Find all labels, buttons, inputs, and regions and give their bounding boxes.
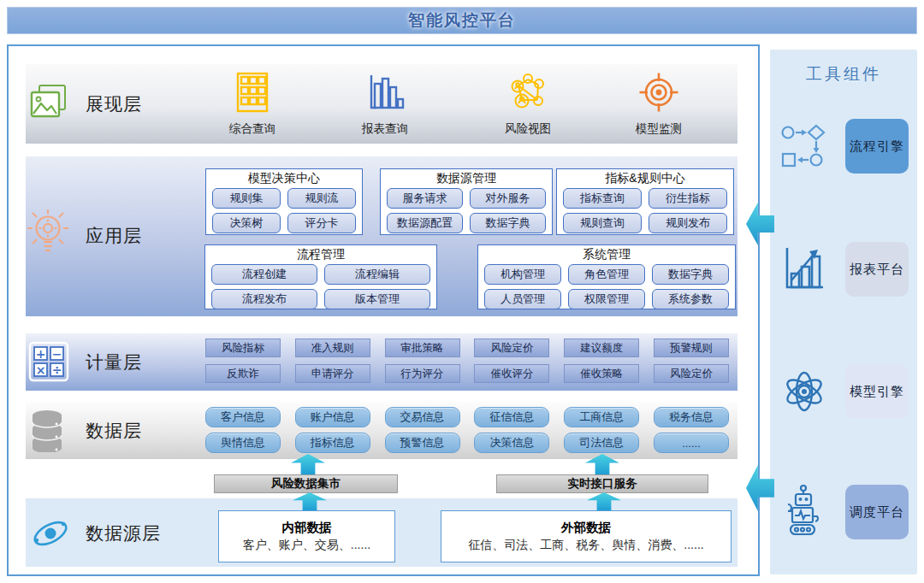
presentation-item: 风险视图 bbox=[481, 72, 575, 137]
app-pill: 对外服务 bbox=[470, 188, 546, 209]
source-layer-label: 数据源层 bbox=[86, 521, 161, 545]
toolbox-label: 流程引擎 bbox=[845, 119, 909, 174]
network-icon bbox=[506, 72, 549, 113]
presentation-item: 报表查询 bbox=[338, 72, 432, 137]
app-pill: 系统参数 bbox=[652, 289, 729, 309]
platform-title: 智能风控平台 bbox=[408, 9, 516, 32]
toolbox-title: 工具组件 bbox=[770, 63, 917, 85]
group-title: 模型决策中心 bbox=[206, 169, 362, 187]
metric-pill: 反欺诈 bbox=[205, 364, 281, 383]
metric-pill: 风险定价 bbox=[474, 339, 549, 357]
metric-pill: 风险定价 bbox=[654, 364, 729, 383]
app-pill: 权限管理 bbox=[568, 289, 645, 309]
galaxy-icon bbox=[29, 512, 72, 555]
group-pill-grid: 流程创建流程编辑流程发布版本管理 bbox=[205, 263, 436, 315]
presentation-item-label: 报表查询 bbox=[362, 121, 408, 137]
toolbox-label: 调度平台 bbox=[845, 485, 909, 539]
app-pill: 规则集 bbox=[212, 188, 281, 209]
app-pill: 人员管理 bbox=[484, 289, 561, 309]
group-indicator-rule-center: 指标&规则中心 指标查询衍生指标规则查询规则发布 bbox=[556, 168, 734, 235]
toolbox-item-scheduler-platform: 调度平台 bbox=[779, 481, 909, 543]
database-icon bbox=[26, 408, 68, 452]
metric-pill-row: 反欺诈申请评分行为评分催收评分催收策略风险定价 bbox=[205, 364, 729, 383]
presentation-item-label: 模型监测 bbox=[636, 121, 682, 137]
data-pill-row: 舆情信息指标信息预警信息决策信息司法信息...... bbox=[205, 433, 729, 453]
data-pill: ...... bbox=[654, 433, 729, 453]
app-pill: 角色管理 bbox=[568, 264, 645, 285]
app-pill: 衍生指标 bbox=[649, 188, 727, 209]
group-process-management: 流程管理 流程创建流程编辑流程发布版本管理 bbox=[204, 244, 437, 309]
group-pill-grid: 规则集规则流决策树评分卡 bbox=[206, 187, 362, 238]
metric-pill: 建议额度 bbox=[564, 339, 639, 357]
group-title: 流程管理 bbox=[205, 245, 436, 263]
internal-data-desc: 客户、账户、交易、...... bbox=[243, 538, 370, 553]
group-model-decision-center: 模型决策中心 规则集规则流决策树评分卡 bbox=[205, 168, 363, 235]
group-system-management: 系统管理 机构管理角色管理数据字典人员管理权限管理系统参数 bbox=[477, 244, 736, 309]
presentation-item-label: 综合查询 bbox=[229, 121, 275, 137]
flowchart-icon bbox=[779, 122, 830, 170]
toolbox-item-process-engine: 流程引擎 bbox=[779, 116, 909, 176]
data-pill: 交易信息 bbox=[385, 407, 460, 427]
grid-icon bbox=[232, 72, 273, 113]
svg-text:÷: ÷ bbox=[52, 363, 62, 377]
app-pill: 数据字典 bbox=[652, 264, 729, 285]
robot-icon bbox=[779, 484, 828, 540]
external-data-title: 外部数据 bbox=[561, 520, 611, 536]
app-pill: 机构管理 bbox=[484, 264, 561, 285]
internal-data-title: 内部数据 bbox=[282, 520, 332, 536]
app-pill: 流程编辑 bbox=[324, 264, 430, 285]
svg-text:×: × bbox=[36, 363, 46, 377]
data-pill: 舆情信息 bbox=[205, 433, 281, 453]
realtime-interface-bar: 实时接口服务 bbox=[496, 474, 708, 493]
group-title: 系统管理 bbox=[478, 245, 735, 263]
app-pill: 服务请求 bbox=[387, 188, 463, 209]
app-pill: 规则流 bbox=[287, 188, 356, 209]
svg-text:−: − bbox=[52, 347, 62, 361]
metric-pill-row: 风险指标准入规则审批策略风险定价建议额度预警规则 bbox=[205, 339, 729, 357]
data-pill: 税务信息 bbox=[654, 407, 729, 427]
app-pill: 规则发布 bbox=[649, 213, 727, 233]
data-pill: 预警信息 bbox=[385, 433, 460, 453]
metric-pill: 行为评分 bbox=[385, 364, 460, 383]
metric-pill: 催收策略 bbox=[564, 364, 639, 383]
data-pill: 决策信息 bbox=[474, 433, 549, 453]
risk-data-mart-bar: 风险数据集市 bbox=[214, 474, 398, 493]
app-pill: 指标查询 bbox=[563, 188, 642, 209]
metric-pill: 预警规则 bbox=[654, 339, 729, 357]
app-pill: 决策树 bbox=[212, 213, 281, 233]
toolbox-label: 模型引擎 bbox=[845, 364, 909, 419]
external-data-desc: 征信、司法、工商、税务、舆情、消费、...... bbox=[468, 538, 703, 553]
metric-pill: 风险指标 bbox=[205, 339, 281, 357]
external-data-box: 外部数据 征信、司法、工商、税务、舆情、消费、...... bbox=[441, 510, 732, 562]
presentation-item: 综合查询 bbox=[205, 72, 299, 137]
barchart-icon bbox=[364, 72, 406, 113]
toolbox-item-report-platform: 报表平台 bbox=[779, 241, 909, 297]
presentation-item-label: 风险视图 bbox=[505, 121, 551, 137]
data-pill: 司法信息 bbox=[564, 433, 639, 453]
toolbox-label: 报表平台 bbox=[845, 242, 909, 297]
app-pill: 数据源配置 bbox=[387, 213, 463, 233]
group-pill-grid: 指标查询衍生指标规则查询规则发布 bbox=[557, 187, 733, 238]
presentation-item: 模型监测 bbox=[612, 72, 706, 137]
calculator-icon: +− ×÷ bbox=[28, 341, 69, 382]
data-pill: 客户信息 bbox=[205, 407, 281, 427]
lightbulb-gear-icon bbox=[26, 208, 70, 259]
app-pill: 规则查询 bbox=[563, 213, 642, 233]
app-pill: 版本管理 bbox=[324, 289, 430, 309]
top-banner: 智能风控平台 bbox=[7, 7, 917, 34]
metric-pill: 准入规则 bbox=[295, 339, 370, 357]
data-pill: 征信信息 bbox=[474, 407, 549, 427]
atom-icon bbox=[779, 364, 830, 419]
application-layer-label: 应用层 bbox=[86, 224, 142, 248]
metric-pill: 申请评分 bbox=[295, 364, 370, 383]
group-pill-grid: 服务请求对外服务数据源配置数据字典 bbox=[381, 187, 552, 238]
data-pill: 指标信息 bbox=[295, 433, 370, 453]
toolbox-item-model-engine: 模型引擎 bbox=[779, 362, 909, 421]
metric-pill: 审批策略 bbox=[385, 339, 460, 357]
group-title: 指标&规则中心 bbox=[557, 169, 733, 187]
pictures-icon bbox=[28, 83, 68, 123]
data-pill: 工商信息 bbox=[564, 407, 639, 427]
svg-text:+: + bbox=[36, 347, 46, 361]
metric-layer-label: 计量层 bbox=[86, 350, 142, 374]
group-datasource-management: 数据源管理 服务请求对外服务数据源配置数据字典 bbox=[380, 168, 553, 235]
